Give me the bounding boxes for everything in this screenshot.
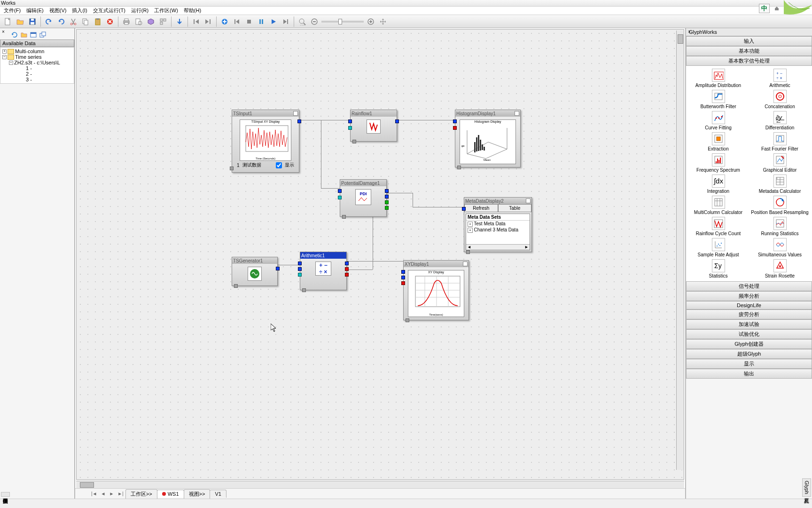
tool-simultaneous-values[interactable]: Simultaneous Values (750, 238, 810, 257)
node-potentialdamage1[interactable]: PotentialDamage1 PDI (340, 179, 387, 217)
close-icon[interactable]: × (2, 29, 5, 34)
paste-icon[interactable] (93, 16, 103, 27)
cat-design[interactable]: DesignLife (686, 301, 812, 310)
tool-frequency-spectrum[interactable]: Frequency Spectrum (688, 153, 749, 173)
zoom-out-icon[interactable] (309, 16, 320, 27)
tab-nav-first[interactable]: |◄ (89, 491, 99, 496)
refresh-icon[interactable] (11, 32, 18, 38)
play-icon[interactable] (268, 16, 279, 27)
node-metadatadisplay2[interactable]: MetaDataDisplay2 Refresh Table Meta Data… (464, 197, 532, 252)
cat-signal[interactable]: 信号处理 (686, 281, 812, 291)
cat-accel[interactable]: 加速试验 (686, 319, 812, 329)
cat-basic[interactable]: 基本功能 (686, 46, 812, 56)
menu-edit[interactable]: 编辑(E) (26, 7, 44, 14)
cat-dsp[interactable]: 基本数字信号处理 (686, 56, 812, 66)
skip-end-icon[interactable] (281, 16, 291, 27)
pause-icon[interactable] (256, 16, 266, 27)
copy-icon[interactable] (80, 16, 91, 27)
menu-workspace[interactable]: 工作区(W) (154, 7, 178, 14)
right-panel-tab[interactable]: Glyph工具栏 (802, 478, 811, 497)
close-icon[interactable]: × (688, 29, 691, 34)
layout-icon[interactable] (158, 16, 168, 27)
menu-interactive[interactable]: 交互式运行(T) (93, 7, 125, 14)
tool-running-statistics[interactable]: Running Statistics (750, 217, 810, 236)
tool-concatenation[interactable]: Concatenation (750, 90, 810, 109)
tab-view-label[interactable]: 视图>> (184, 489, 211, 499)
module-icon[interactable] (146, 16, 156, 27)
tool-integration[interactable]: ∫dxIntegration (688, 175, 749, 194)
data-tree[interactable]: +Multi-column −Time series −ZH2.s3t - c:… (0, 47, 74, 84)
cat-fatigue[interactable]: 疲劳分析 (686, 310, 812, 319)
node-histogramdisplay1[interactable]: HistogramDisplay1 Histogram Display (455, 110, 521, 167)
tool-fast-fourier-filter[interactable]: Fast Fourier Filter (750, 132, 810, 151)
tool-position-based-resampling[interactable]: Position Based Resampling (750, 196, 810, 215)
tool-strain-rosette[interactable]: Strain Rosette (750, 259, 810, 278)
print-preview-icon[interactable] (133, 16, 144, 27)
tool-rainflow-cycle-count[interactable]: Rainflow Cycle Count (688, 217, 749, 236)
new-file-icon[interactable] (3, 16, 13, 27)
tab-v1[interactable]: V1 (210, 490, 226, 498)
lang-toggle[interactable]: 中 (759, 4, 779, 13)
skip-start-icon[interactable] (232, 16, 242, 27)
maximize-icon[interactable] (515, 111, 519, 116)
tool-extraction[interactable]: Extraction (688, 132, 749, 151)
tool-differentiation[interactable]: ∂y∂xDifferentiation (750, 111, 810, 130)
windows-icon[interactable] (39, 32, 46, 38)
step-into-icon[interactable] (174, 16, 185, 27)
scroll-h[interactable]: ◄► (466, 244, 530, 250)
node-tsgenerator1[interactable]: TSGenerator1 (232, 257, 278, 286)
menu-help[interactable]: 帮助(H) (184, 7, 201, 14)
node-tsinput1[interactable]: TSInput1 TSInput XY Display Time (Second… (232, 110, 299, 173)
folder-icon[interactable] (21, 32, 27, 38)
open-file-icon[interactable] (15, 16, 25, 27)
left-panel-tab[interactable]: 可供使用的数据 (1, 492, 10, 497)
maximize-icon[interactable] (293, 111, 298, 116)
cut-icon[interactable] (68, 16, 78, 27)
undo-icon[interactable] (44, 16, 54, 27)
tool-curve-fitting[interactable]: Curve Fitting (688, 111, 749, 130)
tool-metadata-calculator[interactable]: iMetadata Calculator (750, 175, 810, 194)
add-icon[interactable] (219, 16, 230, 27)
delete-icon[interactable] (105, 16, 115, 27)
tool-multicolumn-calculator[interactable]: MultiColumn Calculator (688, 196, 749, 215)
zoom-100-icon[interactable]: 100% (297, 16, 307, 27)
maximize-icon[interactable] (463, 262, 468, 266)
tab-workspace-label[interactable]: 工作区>> (125, 489, 157, 499)
tool-butterworth-filter[interactable]: Butterworth Filter (688, 90, 749, 109)
menu-insert[interactable]: 插入(I) (72, 7, 87, 14)
step-forward-icon[interactable] (203, 16, 213, 27)
menu-run[interactable]: 运行(R) (131, 7, 148, 14)
print-icon[interactable] (121, 16, 132, 27)
stop-icon[interactable] (244, 16, 254, 27)
pan-icon[interactable] (378, 16, 388, 27)
display-checkbox[interactable] (276, 162, 282, 168)
canvas-hscroll[interactable] (76, 481, 684, 488)
cat-freq[interactable]: 频率分析 (686, 291, 812, 301)
zoom-in-icon[interactable] (366, 16, 376, 27)
workflow-canvas[interactable]: TSInput1 TSInput XY Display Time (Second… (76, 29, 684, 480)
maximize-icon[interactable] (526, 198, 531, 203)
tool-sample-rate-adjust[interactable]: Sample Rate Adjust (688, 238, 749, 257)
save-icon[interactable] (27, 16, 38, 27)
window-icon[interactable] (30, 32, 37, 38)
tool-arithmetic[interactable]: + −÷ ×Arithmetic (750, 69, 810, 88)
cat-input[interactable]: 输入 (686, 36, 812, 46)
tool-statistics[interactable]: ΣyStatistics (688, 259, 749, 278)
cat-super[interactable]: 超级Glyph (686, 349, 812, 359)
menu-view[interactable]: 视图(V) (49, 7, 67, 14)
cat-output[interactable]: 输出 (686, 369, 812, 379)
tab-nav-next[interactable]: ► (107, 491, 116, 496)
cat-optim[interactable]: 试验优化 (686, 329, 812, 339)
cat-display[interactable]: 显示 (686, 359, 812, 369)
canvas-vscroll[interactable] (676, 31, 684, 470)
tab-ws1[interactable]: WS1 (157, 490, 184, 498)
tab-nav-prev[interactable]: ◄ (99, 491, 108, 496)
tab-nav-last[interactable]: ►| (116, 491, 125, 496)
menu-file[interactable]: 文件(F) (4, 7, 21, 14)
tool-graphical-editor[interactable]: Graphical Editor (750, 153, 810, 173)
node-arithmetic1[interactable]: Arithmetic1 + −÷ × (300, 252, 347, 290)
tool-amplitude-distribution[interactable]: Amplitude Distribution (688, 69, 749, 88)
node-xydisplay1[interactable]: XYDisplay1 XY Display Time(secs) (403, 260, 469, 320)
cat-creator[interactable]: Glyph创建器 (686, 339, 812, 349)
table-button[interactable]: Table (498, 204, 532, 212)
